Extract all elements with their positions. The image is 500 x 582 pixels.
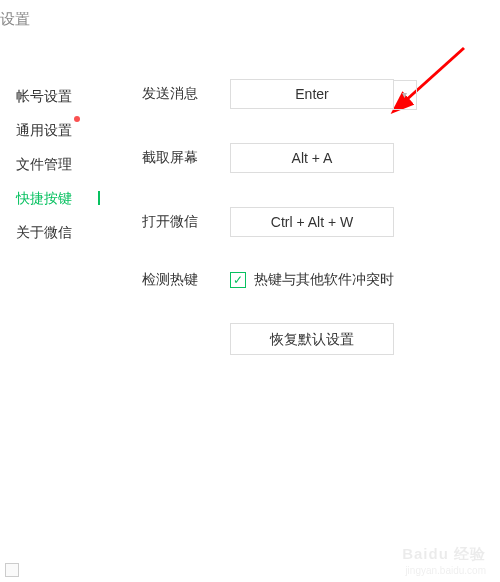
sidebar-item-label: 帐号设置: [16, 88, 72, 104]
hotkey-screenshot[interactable]: Alt + A: [230, 143, 394, 173]
label-screenshot: 截取屏幕: [110, 149, 230, 167]
hotkey-value: Ctrl + Alt + W: [271, 214, 353, 230]
sidebar-item-label: 快捷按键: [16, 190, 72, 206]
sidebar-item-general[interactable]: 通用设置: [16, 113, 110, 147]
hotkey-send-message[interactable]: Enter ▾: [230, 79, 394, 109]
sidebar-item-hotkeys[interactable]: 快捷按键: [16, 181, 110, 215]
button-label: 恢复默认设置: [270, 331, 354, 347]
sidebar-item-about[interactable]: 关于微信: [16, 215, 110, 249]
label-send-message: 发送消息: [110, 85, 230, 103]
sidebar: 帐号设置 通用设置 文件管理 快捷按键 关于微信: [0, 79, 110, 355]
active-indicator: [98, 191, 100, 205]
sidebar-item-label: 文件管理: [16, 156, 72, 172]
label-open-wechat: 打开微信: [110, 213, 230, 231]
watermark-logo: Baidu 经验: [402, 545, 486, 564]
sidebar-item-account[interactable]: 帐号设置: [16, 79, 110, 113]
footer-corner-icon: [5, 563, 19, 577]
reset-defaults-button[interactable]: 恢复默认设置: [230, 323, 394, 355]
sidebar-item-label: 通用设置: [16, 122, 72, 138]
label-detect-hotkey: 检测热键: [110, 271, 230, 289]
sidebar-item-label: 关于微信: [16, 224, 72, 240]
detect-conflict-checkbox[interactable]: ✓: [230, 272, 246, 288]
chevron-down-icon: ▾: [402, 81, 407, 109]
sidebar-item-files[interactable]: 文件管理: [16, 147, 110, 181]
dropdown-caret-button[interactable]: ▾: [393, 80, 417, 110]
hotkey-value: Alt + A: [292, 150, 333, 166]
notification-dot-icon: [74, 116, 80, 122]
window-title: 设置: [0, 0, 500, 29]
checkbox-label: 热键与其他软件冲突时: [254, 271, 394, 289]
hotkey-value: Enter: [295, 86, 328, 102]
content-panel: 发送消息 Enter ▾ 截取屏幕 Alt + A 打开微信 Ctrl + Al…: [110, 79, 500, 355]
checkmark-icon: ✓: [233, 273, 243, 287]
watermark-url: jingyan.baidu.com: [405, 565, 486, 576]
hotkey-open-wechat[interactable]: Ctrl + Alt + W: [230, 207, 394, 237]
